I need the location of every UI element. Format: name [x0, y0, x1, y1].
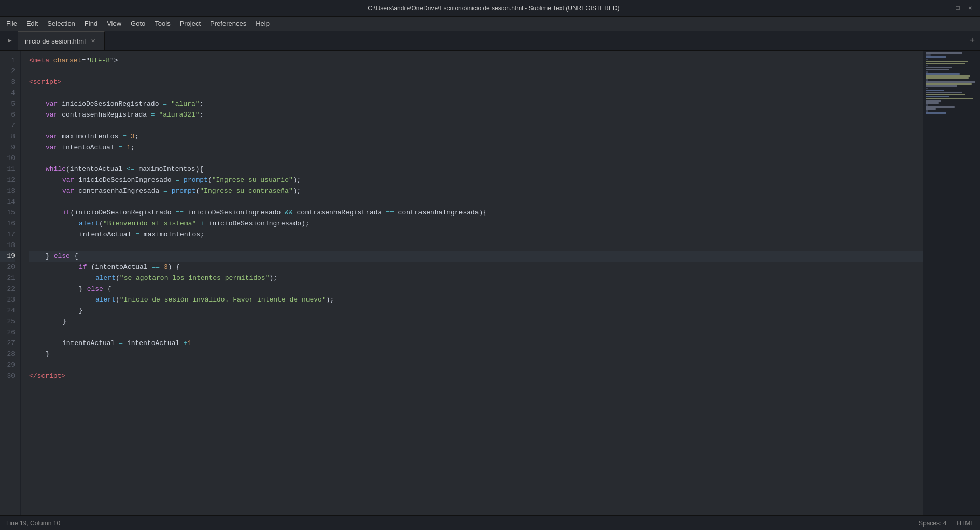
title-text: C:\Users\andre\OneDrive\Escritorio\inici…: [47, 5, 941, 12]
menu-bar: File Edit Selection Find View Goto Tools…: [0, 17, 980, 31]
code-line-1: <meta charset="UTF-8">: [29, 55, 923, 66]
code-line-9: var intentoActual = 1;: [29, 142, 923, 153]
close-button[interactable]: ✕: [965, 4, 975, 13]
line-num-9: 9: [0, 142, 15, 153]
code-line-20: if (intentoActual == 3) {: [29, 262, 923, 273]
code-line-26: [29, 327, 923, 338]
line-num-17: 17: [0, 229, 15, 240]
line-num-18: 18: [0, 240, 15, 251]
line-num-27: 27: [0, 338, 15, 349]
line-num-29: 29: [0, 360, 15, 370]
line-num-28: 28: [0, 349, 15, 360]
line-num-10: 10: [0, 153, 15, 164]
status-right: Spaces: 4 HTML: [919, 520, 974, 527]
code-line-5: var inicioDeSesionRegistrado = "alura";: [29, 98, 923, 109]
line-numbers: 1 2 3 4 5 6 7 8 9 10 11 12 13 14 15 16 1…: [0, 51, 21, 515]
line-num-13: 13: [0, 185, 15, 196]
minimap[interactable]: [923, 51, 980, 515]
line-num-2: 2: [0, 66, 15, 77]
menu-edit[interactable]: Edit: [22, 18, 42, 29]
menu-view[interactable]: View: [103, 18, 125, 29]
play-button[interactable]: ▶: [2, 31, 18, 50]
code-line-3: <script>: [29, 77, 923, 88]
status-left: Line 19, Column 10: [6, 520, 60, 527]
code-line-23: alert("Inicio de sesión inválido. Favor …: [29, 294, 923, 305]
code-line-11: while(intentoActual <= maximoIntentos){: [29, 164, 923, 175]
language-indicator: HTML: [957, 520, 974, 527]
line-num-15: 15: [0, 207, 15, 218]
menu-help[interactable]: Help: [251, 18, 274, 29]
menu-project[interactable]: Project: [176, 18, 205, 29]
menu-preferences[interactable]: Preferences: [206, 18, 250, 29]
cursor-position: Line 19, Column 10: [6, 520, 60, 527]
menu-goto[interactable]: Goto: [127, 18, 149, 29]
new-tab-button[interactable]: +: [964, 31, 980, 50]
line-num-22: 22: [0, 283, 15, 294]
code-line-22: } else {: [29, 283, 923, 294]
code-line-24: }: [29, 305, 923, 316]
line-num-21: 21: [0, 273, 15, 283]
menu-find[interactable]: Find: [80, 18, 102, 29]
minimize-button[interactable]: ─: [941, 4, 950, 13]
code-line-27: intentoActual = intentoActual +1: [29, 338, 923, 349]
code-line-19: } else {: [29, 251, 923, 262]
line-num-11: 11: [0, 164, 15, 175]
line-num-23: 23: [0, 294, 15, 305]
code-line-7: [29, 120, 923, 131]
menu-selection[interactable]: Selection: [43, 18, 79, 29]
code-line-17: intentoActual = maximoIntentos;: [29, 229, 923, 240]
code-line-6: var contrasenhaRegistrada = "alura321";: [29, 109, 923, 120]
code-line-8: var maximoIntentos = 3;: [29, 131, 923, 142]
menu-file[interactable]: File: [2, 18, 21, 29]
code-line-29: [29, 360, 923, 370]
window-controls: ─ □ ✕: [941, 4, 975, 13]
title-bar: C:\Users\andre\OneDrive\Escritorio\inici…: [0, 0, 980, 17]
tab-spacer: [105, 31, 964, 50]
line-num-12: 12: [0, 175, 15, 185]
tab-label: inicio de sesion.html: [25, 37, 86, 45]
active-tab[interactable]: inicio de sesion.html ✕: [18, 31, 105, 50]
menu-tools[interactable]: Tools: [150, 18, 174, 29]
code-line-13: var contrasenhaIngresada = prompt("Ingre…: [29, 185, 923, 196]
tab-bar: ▶ inicio de sesion.html ✕ +: [0, 31, 980, 51]
line-num-16: 16: [0, 218, 15, 229]
line-num-30: 30: [0, 370, 15, 381]
code-line-10: [29, 153, 923, 164]
spaces-indicator: Spaces: 4: [919, 520, 946, 527]
tab-close-button[interactable]: ✕: [89, 37, 97, 45]
line-num-26: 26: [0, 327, 15, 338]
line-num-25: 25: [0, 316, 15, 327]
line-num-7: 7: [0, 120, 15, 131]
line-num-20: 20: [0, 262, 15, 273]
code-line-2: [29, 66, 923, 77]
line-num-19: 19: [0, 251, 15, 262]
code-line-28: }: [29, 349, 923, 360]
minimap-content: [923, 51, 980, 116]
line-num-14: 14: [0, 196, 15, 207]
line-num-8: 8: [0, 131, 15, 142]
code-line-15: if(inicioDeSesionRegistrado == inicioDeS…: [29, 207, 923, 218]
code-line-14: [29, 196, 923, 207]
code-line-4: [29, 88, 923, 98]
code-line-12: var inicioDeSesionIngresado = prompt("In…: [29, 175, 923, 185]
line-num-6: 6: [0, 109, 15, 120]
editor-container: 1 2 3 4 5 6 7 8 9 10 11 12 13 14 15 16 1…: [0, 51, 980, 515]
line-num-1: 1: [0, 55, 15, 66]
code-line-30: </script>: [29, 370, 923, 381]
code-line-18: [29, 240, 923, 251]
status-bar: Line 19, Column 10 Spaces: 4 HTML: [0, 515, 980, 530]
line-num-24: 24: [0, 305, 15, 316]
code-area[interactable]: <meta charset="UTF-8"> <script> var inic…: [21, 51, 923, 515]
line-num-5: 5: [0, 98, 15, 109]
code-line-21: alert("se agotaron los intentos permitid…: [29, 273, 923, 283]
code-line-25: }: [29, 316, 923, 327]
line-num-3: 3: [0, 77, 15, 88]
line-num-4: 4: [0, 88, 15, 98]
maximize-button[interactable]: □: [953, 4, 962, 13]
code-line-16: alert("Bienvenido al sistema" + inicioDe…: [29, 218, 923, 229]
